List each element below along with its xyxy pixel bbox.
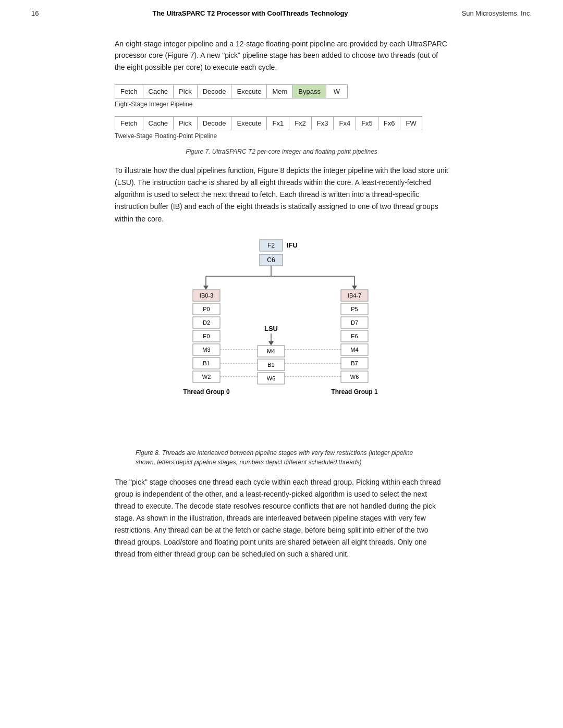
main-content: An eight-stage integer pipeline and a 12…	[0, 22, 563, 581]
stage-pick-int: Pick	[174, 85, 198, 98]
header-company: Sun Microsystems, Inc.	[462, 9, 532, 17]
stage-cache-fp: Cache	[143, 117, 174, 130]
stage-w-int: W	[326, 85, 347, 98]
stage-pick-fp: Pick	[174, 117, 198, 130]
stage-execute-int: Execute	[231, 85, 267, 98]
svg-text:E6: E6	[351, 333, 358, 339]
figure8-diagram: F2 IFU C6	[115, 235, 448, 443]
svg-text:P0: P0	[203, 306, 210, 312]
fp-pipeline-container: Fetch Cache Pick Decode Execute Fx1 Fx2 …	[115, 116, 448, 140]
svg-text:W2: W2	[202, 374, 211, 380]
fp-pipeline-row: Fetch Cache Pick Decode Execute Fx1 Fx2 …	[115, 116, 422, 130]
svg-text:D2: D2	[203, 319, 210, 326]
svg-text:B1: B1	[267, 362, 274, 368]
figure8-caption: Figure 8. Threads are interleaved betwee…	[136, 448, 427, 467]
fp-pipeline-label: Twelve-Stage Floating-Point Pipeline	[115, 132, 448, 140]
svg-text:B1: B1	[203, 360, 210, 366]
svg-text:IB0-3: IB0-3	[200, 292, 213, 299]
svg-text:P5: P5	[351, 306, 358, 312]
stage-decode-fp: Decode	[198, 117, 232, 130]
stage-fx4: Fx4	[334, 117, 356, 130]
integer-pipeline-row: Fetch Cache Pick Decode Execute Mem Bypa…	[115, 84, 348, 98]
stage-fx1: Fx1	[267, 117, 289, 130]
svg-marker-10	[352, 286, 357, 290]
stage-fetch-int: Fetch	[115, 85, 143, 98]
page-number: 16	[31, 9, 39, 17]
stage-cache-int: Cache	[143, 85, 174, 98]
svg-text:Thread Group 1: Thread Group 1	[331, 388, 378, 396]
stage-fetch-fp: Fetch	[115, 117, 143, 130]
stage-bypass-int: Bypass	[293, 85, 326, 98]
intro-paragraph: An eight-stage integer pipeline and a 12…	[115, 38, 448, 73]
svg-text:W6: W6	[350, 374, 359, 380]
stage-fx3: Fx3	[312, 117, 334, 130]
svg-marker-8	[203, 286, 209, 290]
svg-text:M4: M4	[350, 347, 358, 353]
svg-text:M3: M3	[202, 347, 210, 353]
svg-marker-28	[268, 341, 274, 346]
body-text-1: To illustrate how the dual pipelines fun…	[115, 165, 448, 225]
svg-text:LSU: LSU	[264, 325, 278, 332]
svg-text:Thread Group 0: Thread Group 0	[183, 388, 230, 396]
svg-text:IFU: IFU	[287, 241, 298, 249]
svg-text:W6: W6	[267, 375, 276, 381]
page: 16 The UltraSPARC T2 Processor with Cool…	[0, 0, 563, 728]
integer-pipeline-container: Fetch Cache Pick Decode Execute Mem Bypa…	[115, 84, 448, 108]
svg-text:IB4-7: IB4-7	[348, 292, 361, 299]
svg-text:D7: D7	[351, 319, 358, 326]
stage-fw: FW	[400, 117, 421, 130]
figure7-caption: Figure 7. UltraSPARC T2 per-core integer…	[115, 148, 448, 155]
svg-text:B7: B7	[351, 360, 358, 366]
svg-text:E0: E0	[203, 333, 210, 339]
stage-fx2: Fx2	[289, 117, 312, 130]
page-header: 16 The UltraSPARC T2 Processor with Cool…	[0, 0, 563, 22]
pipeline-diagram-svg: F2 IFU C6	[136, 235, 427, 443]
svg-text:C6: C6	[267, 256, 275, 264]
stage-execute-fp: Execute	[231, 117, 267, 130]
stage-fx6: Fx6	[378, 117, 401, 130]
header-title: The UltraSPARC T2 Processor with CoolThr…	[39, 9, 461, 17]
stage-mem-int: Mem	[267, 85, 293, 98]
stage-decode-int: Decode	[198, 85, 232, 98]
svg-text:F2: F2	[267, 242, 275, 249]
svg-text:M4: M4	[267, 348, 275, 354]
integer-pipeline-label: Eight-Stage Integer Pipeline	[115, 101, 448, 108]
body-text-2: The "pick" stage chooses one thread each…	[115, 476, 448, 561]
stage-fx5: Fx5	[356, 117, 378, 130]
